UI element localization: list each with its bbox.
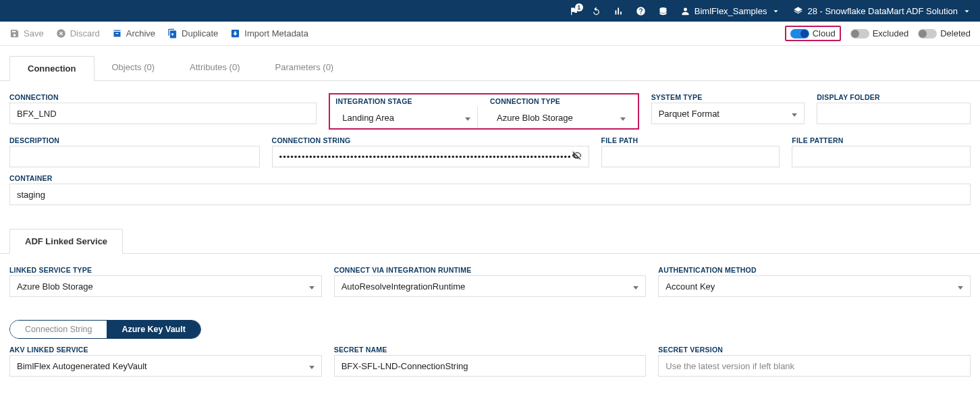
tab-connection[interactable]: Connection: [9, 56, 94, 81]
chevron-down-icon: [771, 6, 781, 16]
tab-parameters[interactable]: Parameters (0): [258, 55, 352, 80]
toggle-group: Cloud Excluded Deleted: [785, 26, 971, 41]
save-icon: [9, 28, 20, 38]
import-metadata-button[interactable]: Import Metadata: [230, 28, 308, 38]
cloud-label: Cloud: [813, 28, 836, 38]
chevron-down-icon: [792, 109, 797, 119]
top-nav: 1 BimlFlex_Samples 28 - Snowflake DataMa…: [0, 0, 980, 22]
display-folder-input[interactable]: [817, 103, 971, 124]
container-input[interactable]: staging: [9, 184, 971, 205]
database-button[interactable]: [658, 6, 668, 16]
customer-name: BimlFlex_Samples: [695, 6, 767, 16]
connection-label: CONNECTION: [9, 93, 317, 101]
akv-linked-service-label: AKV LINKED SERVICE: [9, 346, 322, 354]
tab-attributes[interactable]: Attributes (0): [172, 55, 257, 80]
seg-azure-key-vault[interactable]: Azure Key Vault: [107, 321, 200, 338]
chevron-down-icon: [962, 6, 972, 16]
duplicate-label: Duplicate: [182, 28, 218, 38]
chevron-down-icon: [309, 281, 315, 292]
connect-via-label: CONNECT VIA INTEGRATION RUNTIME: [334, 266, 647, 274]
toolbar: Save Discard Archive Duplicate Import Me…: [0, 22, 980, 46]
integration-stage-label: INTEGRATION STAGE: [335, 94, 478, 105]
import-metadata-label: Import Metadata: [244, 28, 308, 38]
connection-form: CONNECTION BFX_LND INTEGRATION STAGE Lan…: [0, 81, 980, 217]
connect-via-select[interactable]: AutoResolveIntegrationRuntime: [334, 275, 647, 297]
deleted-toggle[interactable]: Deleted: [918, 28, 971, 38]
chevron-down-icon: [633, 281, 638, 292]
connection-input[interactable]: BFX_LND: [9, 103, 317, 124]
deleted-label: Deleted: [940, 28, 971, 38]
version-name: 28 - Snowflake DataMart ADF Solution: [807, 6, 958, 16]
secret-version-label: SECRET VERSION: [658, 346, 971, 354]
save-label: Save: [24, 28, 44, 38]
file-pattern-input[interactable]: [792, 146, 971, 167]
discard-label: Discard: [70, 28, 100, 38]
auth-method-select[interactable]: Account Key: [658, 275, 971, 297]
adf-form: LINKED SERVICE TYPE Azure Blob Storage C…: [0, 254, 980, 309]
container-label: CONTAINER: [9, 174, 971, 182]
visibility-off-icon[interactable]: [572, 151, 582, 163]
file-path-label: FILE PATH: [601, 136, 780, 144]
main-tabs: Connection Objects (0) Attributes (0) Pa…: [0, 46, 980, 81]
archive-icon: [112, 28, 122, 38]
chevron-down-icon: [465, 113, 470, 123]
display-folder-label: DISPLAY FOLDER: [817, 93, 971, 101]
linked-service-type-label: LINKED SERVICE TYPE: [9, 266, 322, 274]
secret-name-input[interactable]: BFX-SFL-LND-ConnectionString: [334, 355, 647, 377]
archive-label: Archive: [126, 28, 155, 38]
refresh-icon: [591, 6, 601, 16]
help-icon: [636, 6, 646, 16]
file-path-input[interactable]: [601, 146, 780, 167]
database-icon: [658, 6, 668, 16]
description-input[interactable]: [9, 146, 260, 167]
chevron-down-icon: [958, 281, 963, 292]
cloud-toggle[interactable]: Cloud: [785, 26, 841, 41]
save-button[interactable]: Save: [9, 28, 44, 38]
archive-button[interactable]: Archive: [112, 28, 155, 38]
connection-type-select[interactable]: Azure Blob Storage: [490, 107, 632, 128]
toggle-switch: [850, 29, 869, 38]
import-icon: [230, 28, 240, 38]
notification-badge: 1: [575, 3, 583, 11]
duplicate-button[interactable]: Duplicate: [167, 28, 218, 38]
sub-tabs: ADF Linked Service: [0, 221, 980, 254]
help-button[interactable]: [636, 6, 646, 16]
akv-linked-service-select[interactable]: BimlFlex Autogenerated KeyVault: [9, 355, 322, 377]
description-label: DESCRIPTION: [9, 136, 260, 144]
excluded-label: Excluded: [873, 28, 908, 38]
linked-service-type-select[interactable]: Azure Blob Storage: [9, 275, 322, 297]
system-type-label: SYSTEM TYPE: [651, 93, 805, 101]
tab-adf-linked-service[interactable]: ADF Linked Service: [9, 229, 123, 254]
discard-button[interactable]: Discard: [56, 28, 100, 38]
secret-version-input[interactable]: Use the latest version if left blank: [658, 355, 971, 377]
reports-button[interactable]: [614, 6, 624, 16]
connection-string-input[interactable]: ••••••••••••••••••••••••••••••••••••••••…: [272, 146, 589, 167]
seg-connection-string[interactable]: Connection String: [10, 321, 107, 338]
connection-type-label: CONNECTION TYPE: [490, 94, 632, 105]
user-icon: [680, 6, 690, 16]
connection-string-label: CONNECTION STRING: [272, 136, 589, 144]
toggle-switch: [790, 29, 809, 38]
file-pattern-label: FILE PATTERN: [792, 136, 971, 144]
akv-form: AKV LINKED SERVICE BimlFlex Autogenerate…: [0, 346, 980, 389]
auth-method-label: AUTHENTICATION METHOD: [658, 266, 971, 274]
integration-stage-select[interactable]: Landing Area: [335, 107, 478, 128]
refresh-button[interactable]: [591, 6, 601, 16]
chevron-down-icon: [309, 361, 315, 371]
notifications-button[interactable]: 1: [569, 6, 579, 16]
auth-source-segmented: Connection String Azure Key Vault: [9, 320, 201, 339]
version-dropdown[interactable]: 28 - Snowflake DataMart ADF Solution: [793, 6, 972, 16]
bar-chart-icon: [614, 6, 624, 16]
system-type-select[interactable]: Parquet Format: [651, 103, 805, 124]
layers-icon: [793, 6, 803, 16]
chevron-down-icon: [620, 113, 626, 123]
tab-objects[interactable]: Objects (0): [94, 55, 173, 80]
toggle-switch: [918, 29, 937, 38]
duplicate-icon: [167, 28, 178, 38]
customer-dropdown[interactable]: BimlFlex_Samples: [680, 6, 782, 16]
secret-name-label: SECRET NAME: [334, 346, 647, 354]
discard-icon: [56, 28, 66, 38]
excluded-toggle[interactable]: Excluded: [850, 28, 908, 38]
